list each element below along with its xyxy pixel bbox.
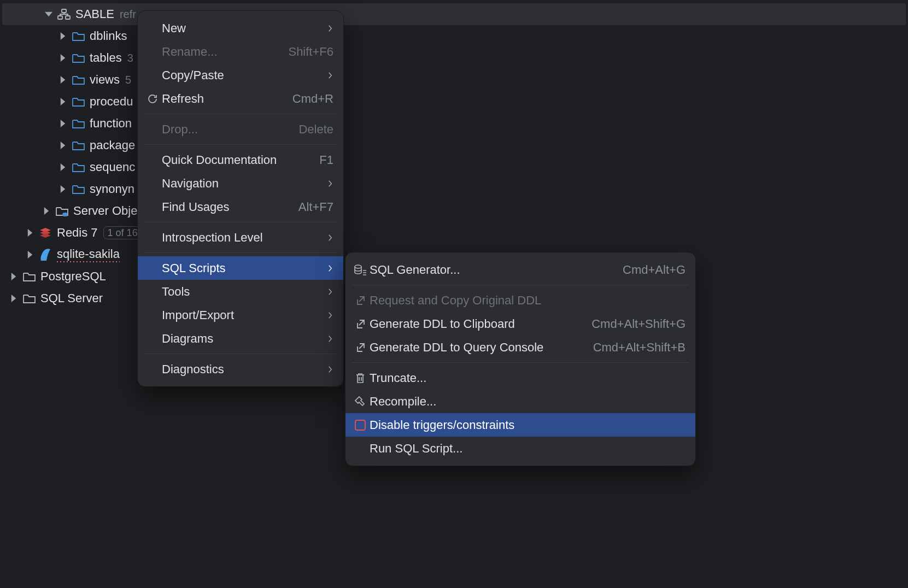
sql-generator-icon [353, 264, 367, 275]
chevron-right-icon [327, 265, 333, 272]
menu-item-truncate[interactable]: Truncate... [345, 366, 695, 390]
chevron-right-icon [58, 119, 68, 128]
tree-item-redis[interactable]: Redis 7 1 of 16 [0, 222, 908, 244]
menu-item-disable-triggers[interactable]: Disable triggers/constraints [345, 413, 695, 437]
chevron-right-icon [327, 289, 333, 295]
redis-icon [38, 227, 52, 239]
chevron-right-icon [9, 293, 19, 303]
menu-separator [144, 252, 337, 253]
tree-item-count: 3 [127, 52, 133, 64]
tree-item-dblinks[interactable]: dblinks [0, 25, 908, 47]
menu-separator [144, 114, 337, 114]
menu-separator [352, 362, 689, 363]
shortcut: Cmd+Alt+Shift+B [593, 340, 686, 355]
chevron-down-icon [44, 9, 54, 19]
tree-item-server-objects[interactable]: Server Obje [0, 200, 908, 222]
menu-item-navigation[interactable]: Navigation [138, 172, 343, 195]
svg-rect-0 [62, 9, 66, 13]
tree-item-count: 5 [125, 74, 131, 86]
menu-item-new[interactable]: New [138, 16, 343, 40]
export-arrow-icon [353, 296, 367, 305]
hammer-icon [353, 396, 367, 407]
tree-item-functions[interactable]: function [0, 113, 908, 134]
context-menu-primary: New Rename... Shift+F6 Copy/Paste Refres… [137, 10, 344, 387]
menu-item-refresh[interactable]: Refresh Cmd+R [138, 87, 343, 110]
menu-item-request-copy-ddl: Request and Copy Original DDL [345, 289, 695, 312]
tree-item-label: synonyn [90, 182, 134, 196]
count-badge: 1 of 16 [103, 226, 142, 239]
tree-item-label: package [90, 138, 135, 152]
checkbox-empty-icon [353, 420, 367, 431]
menu-item-run-sql-script[interactable]: Run SQL Script... [345, 437, 695, 460]
folder-icon [71, 31, 85, 42]
folder-icon [71, 53, 85, 63]
server-objects-icon [55, 206, 69, 216]
tree-item-label: PostgreSQL [40, 269, 106, 284]
menu-item-drop: Drop... Delete [138, 117, 343, 141]
tree-item-packages[interactable]: package [0, 134, 908, 156]
menu-separator [144, 354, 337, 354]
folder-icon [71, 97, 85, 107]
tree-item-label: sequenc [90, 160, 135, 174]
menu-item-findusages[interactable]: Find Usages Alt+F7 [138, 195, 343, 219]
chevron-right-icon [58, 31, 68, 41]
menu-item-quickdoc[interactable]: Quick Documentation F1 [138, 148, 343, 172]
svg-point-4 [355, 265, 361, 268]
tree-item-views[interactable]: views 5 [0, 69, 908, 91]
export-arrow-icon [353, 343, 367, 352]
menu-item-importexport[interactable]: Import/Export [138, 303, 343, 327]
shortcut: Shift+F6 [288, 45, 333, 59]
tree-item-procedures[interactable]: procedu [0, 91, 908, 113]
tree-item-label: function [90, 116, 132, 131]
menu-item-diagnostics[interactable]: Diagnostics [138, 357, 343, 381]
chevron-right-icon [327, 180, 333, 187]
tree-item-label: Redis 7 [57, 226, 98, 240]
menu-item-introspection[interactable]: Introspection Level [138, 226, 343, 249]
menu-separator [144, 144, 337, 145]
tree-item-label: procedu [90, 95, 133, 109]
context-menu-sql-scripts: SQL Generator... Cmd+Alt+G Request and C… [345, 252, 696, 466]
menu-item-rename: Rename... Shift+F6 [138, 40, 343, 63]
chevron-right-icon [58, 162, 68, 172]
folder-icon [22, 293, 36, 304]
chevron-right-icon [58, 53, 68, 63]
chevron-right-icon [327, 234, 333, 241]
menu-item-ddl-clipboard[interactable]: Generate DDL to Clipboard Cmd+Alt+Shift+… [345, 312, 695, 336]
tree-item-label: dblinks [90, 29, 127, 43]
menu-item-recompile[interactable]: Recompile... [345, 390, 695, 413]
refresh-icon [145, 93, 160, 104]
menu-separator [144, 222, 337, 222]
tree-item-synonyms[interactable]: synonyn [0, 178, 908, 200]
tree-item-tables[interactable]: tables 3 [0, 47, 908, 69]
menu-item-tools[interactable]: Tools [138, 280, 343, 303]
menu-item-ddl-console[interactable]: Generate DDL to Query Console Cmd+Alt+Sh… [345, 336, 695, 359]
chevron-right-icon [58, 75, 68, 85]
menu-item-copypaste[interactable]: Copy/Paste [138, 63, 343, 87]
chevron-right-icon [58, 97, 68, 107]
folder-icon [71, 75, 85, 85]
chevron-right-icon [9, 272, 19, 281]
shortcut: Alt+F7 [298, 200, 333, 214]
menu-item-sql-generator[interactable]: SQL Generator... Cmd+Alt+G [345, 258, 695, 281]
tree-item-sequences[interactable]: sequenc [0, 156, 908, 178]
chevron-right-icon [42, 206, 51, 216]
chevron-right-icon [327, 312, 333, 319]
shortcut: Delete [298, 122, 333, 137]
menu-item-sqlscripts[interactable]: SQL Scripts [138, 256, 343, 280]
shortcut: Cmd+Alt+Shift+G [591, 317, 686, 331]
tree-item-label: SABLE [75, 7, 114, 21]
folder-icon [71, 119, 85, 129]
svg-rect-1 [58, 16, 62, 19]
chevron-right-icon [25, 228, 35, 238]
trash-icon [353, 373, 367, 384]
tree-item-label: views [90, 73, 120, 87]
menu-item-diagrams[interactable]: Diagrams [138, 327, 343, 350]
export-arrow-icon [353, 319, 367, 329]
tree-item-hint: refr [120, 8, 136, 21]
tree-item-label: SQL Server [40, 291, 103, 305]
chevron-right-icon [327, 336, 333, 342]
folder-icon [71, 162, 85, 173]
folder-icon [71, 184, 85, 195]
chevron-right-icon [327, 72, 333, 79]
tree-item-label: tables [90, 51, 122, 65]
